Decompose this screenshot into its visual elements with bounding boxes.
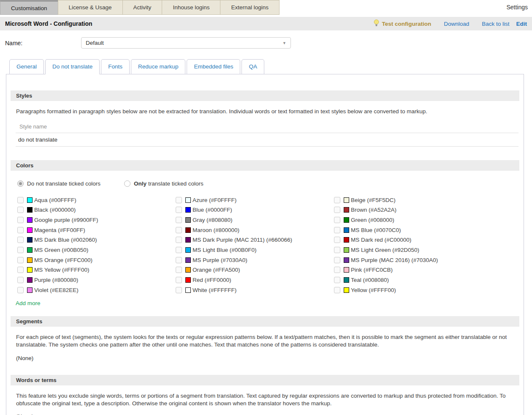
color-column: Azure (#F0FFFF)Blue (#0000FF)Gray (#8080… <box>176 195 334 295</box>
color-option-white[interactable]: White (#FFFFFF) <box>176 285 334 295</box>
radio-button[interactable] <box>124 180 130 187</box>
checkbox[interactable] <box>176 217 182 223</box>
checkbox[interactable] <box>17 257 24 263</box>
header-link-group: Back to list Edit <box>482 21 527 27</box>
checkbox[interactable] <box>334 207 340 213</box>
edit-link[interactable]: Edit <box>516 21 527 27</box>
color-option-maroon[interactable]: Maroon (#800000) <box>176 225 334 235</box>
checkbox[interactable] <box>176 207 182 213</box>
color-option-violet[interactable]: Violet (#EE82EE) <box>17 285 176 295</box>
color-option-ms-dark-purple[interactable]: MS Dark Purple (MAC 2011) (#660066) <box>176 235 334 245</box>
checkbox[interactable] <box>176 257 182 263</box>
tab-embedded-files[interactable]: Embedded files <box>187 59 240 74</box>
color-option-beige[interactable]: Beige (#F5F5DC) <box>334 195 492 205</box>
checkbox[interactable] <box>176 287 182 293</box>
color-swatch <box>344 247 349 253</box>
checkbox[interactable] <box>17 287 24 293</box>
color-option-aqua[interactable]: Aqua (#00FFFF) <box>17 195 176 205</box>
checkbox[interactable] <box>17 197 24 203</box>
checkbox[interactable] <box>17 227 24 233</box>
words-empty-value: (None) <box>16 413 514 415</box>
color-option-purple[interactable]: Purple (#800080) <box>17 275 176 285</box>
checkbox[interactable] <box>17 217 24 223</box>
color-option-ms-purple[interactable]: MS Purple (MAC 2016) (#7030A0) <box>334 255 492 265</box>
color-label: MS Purple (MAC 2016) (#7030A0) <box>351 257 438 263</box>
color-option-ms-light-green[interactable]: MS Light Green (#92D050) <box>334 245 492 255</box>
top-tab-license-usage[interactable]: License & Usage <box>58 0 123 15</box>
checkbox[interactable] <box>176 227 182 233</box>
download-link[interactable]: Download <box>444 21 469 27</box>
checkbox[interactable] <box>17 247 24 253</box>
checkbox[interactable] <box>334 287 340 293</box>
test-configuration-link[interactable]: Test configuration <box>374 19 431 28</box>
checkbox[interactable] <box>334 267 340 273</box>
color-option-black[interactable]: Black (#000000) <box>17 205 176 215</box>
checkbox[interactable] <box>334 217 340 223</box>
color-option-ms-dark-red[interactable]: MS Dark red (#C00000) <box>334 235 492 245</box>
checkbox[interactable] <box>17 267 24 273</box>
checkbox[interactable] <box>176 267 182 273</box>
back-to-list-link[interactable]: Back to list <box>482 21 509 27</box>
top-tab-inhouse-logins[interactable]: Inhouse logins <box>162 0 220 15</box>
color-swatch <box>344 287 349 293</box>
color-option-ms-blue[interactable]: MS Blue (#0070C0) <box>334 225 492 235</box>
checkbox[interactable] <box>334 227 340 233</box>
color-label: Google purple (#9900FF) <box>34 217 98 223</box>
settings-link[interactable]: Settings <box>506 4 528 11</box>
top-tab-activity[interactable]: Activity <box>122 0 163 15</box>
top-tab-customisation[interactable]: Customisation <box>0 0 58 15</box>
color-label: Orange (#FFA500) <box>193 267 240 273</box>
checkbox[interactable] <box>176 247 182 253</box>
color-option-ms-dark-blue[interactable]: MS Dark Blue (#002060) <box>17 235 176 245</box>
color-option-orange[interactable]: Orange (#FFA500) <box>176 265 334 275</box>
checkbox[interactable] <box>17 277 24 283</box>
color-swatch <box>27 247 33 253</box>
color-option-green[interactable]: Green (#008000) <box>334 215 492 225</box>
add-more-link[interactable]: Add more <box>16 300 41 306</box>
color-option-magenta[interactable]: Magenta (#FF00FF) <box>17 225 176 235</box>
checkbox[interactable] <box>334 277 340 283</box>
color-swatch <box>27 237 33 243</box>
color-option-blue[interactable]: Blue (#0000FF) <box>176 205 334 215</box>
color-option-ms-orange[interactable]: MS Orange (#FFC000) <box>17 255 176 265</box>
color-label: Aqua (#00FFFF) <box>34 197 76 203</box>
checkbox[interactable] <box>334 247 340 253</box>
radio-label: translate ticked colors <box>148 180 204 187</box>
tab-fonts[interactable]: Fonts <box>101 59 130 74</box>
color-option-brown[interactable]: Brown (#A52A2A) <box>334 205 492 215</box>
color-label: MS Dark Purple (MAC 2011) (#660066) <box>193 237 292 243</box>
checkbox[interactable] <box>17 207 24 213</box>
color-option-gray[interactable]: Gray (#808080) <box>176 215 334 225</box>
segments-section-header: Segments <box>11 316 519 327</box>
color-swatch <box>185 217 191 223</box>
color-option-red[interactable]: Red (#FF0000) <box>176 275 334 285</box>
tab-do-not-translate[interactable]: Do not translate <box>45 59 100 74</box>
color-option-google-purple[interactable]: Google purple (#9900FF) <box>17 215 176 225</box>
radio-option-only-translate-ticked-colors[interactable]: Onlytranslate ticked colors <box>124 180 204 187</box>
checkbox[interactable] <box>176 197 182 203</box>
radio-option-do-not-translate-ticked-colors[interactable]: Do not translate ticked colors <box>17 180 100 187</box>
color-option-azure[interactable]: Azure (#F0FFFF) <box>176 195 334 205</box>
color-option-pink[interactable]: Pink (#FFC0CB) <box>334 265 492 275</box>
tab-general[interactable]: General <box>9 59 44 74</box>
color-option-yellow[interactable]: Yellow (#FFFF00) <box>334 285 492 295</box>
color-option-teal[interactable]: Teal (#008080) <box>334 275 492 285</box>
checkbox[interactable] <box>176 277 182 283</box>
checkbox[interactable] <box>176 237 182 243</box>
color-option-ms-light-blue[interactable]: MS Light Blue (#00B0F0) <box>176 245 334 255</box>
color-option-ms-yellow[interactable]: MS Yellow (#FFFF00) <box>17 265 176 275</box>
dropdown-selected-value: Default <box>86 40 104 46</box>
checkbox[interactable] <box>334 237 340 243</box>
checkbox[interactable] <box>334 257 340 263</box>
checkbox[interactable] <box>334 197 340 203</box>
radio-button[interactable] <box>17 180 24 187</box>
top-tab-external-logins[interactable]: External logins <box>220 0 280 15</box>
tab-qa[interactable]: QA <box>242 59 264 74</box>
tab-reduce-markup[interactable]: Reduce markup <box>131 59 185 74</box>
checkbox[interactable] <box>17 237 24 243</box>
configuration-name-dropdown[interactable]: Default ▼ <box>81 37 291 49</box>
styles-section-header: Styles <box>11 90 519 101</box>
color-option-ms-green[interactable]: MS Green (#00B050) <box>17 245 176 255</box>
color-swatch <box>185 277 191 283</box>
color-option-ms-purple[interactable]: MS Purple (#7030A0) <box>176 255 334 265</box>
